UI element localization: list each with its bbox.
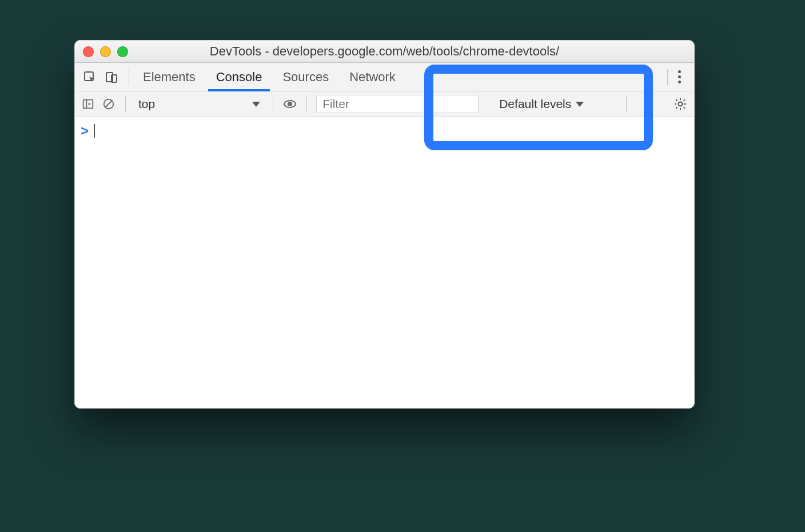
tab-label: Network bbox=[349, 70, 396, 85]
tab-label: Console bbox=[216, 70, 262, 85]
minimize-window-button[interactable] bbox=[100, 46, 111, 57]
svg-rect-3 bbox=[83, 100, 93, 109]
tab-network[interactable]: Network bbox=[339, 63, 406, 91]
tab-elements[interactable]: Elements bbox=[133, 63, 206, 91]
tabs: Elements Console Sources Network Perform… bbox=[133, 63, 564, 91]
more-options-icon[interactable] bbox=[671, 69, 687, 85]
tab-label: Sources bbox=[282, 70, 329, 85]
separator bbox=[306, 96, 307, 112]
console-toolbar: top Default levels bbox=[75, 91, 694, 117]
filter-input[interactable] bbox=[316, 95, 479, 113]
window-title: DevTools - developers.google.com/web/too… bbox=[75, 44, 694, 59]
device-toolbar-icon[interactable] bbox=[103, 69, 119, 85]
log-levels-label: Default levels bbox=[499, 97, 571, 111]
text-caret bbox=[94, 124, 95, 138]
separator bbox=[129, 69, 129, 85]
traffic-lights bbox=[75, 46, 128, 57]
devtools-window: DevTools - developers.google.com/web/too… bbox=[74, 40, 695, 409]
console-prompt[interactable]: > bbox=[81, 123, 95, 139]
title-bar: DevTools - developers.google.com/web/too… bbox=[75, 41, 694, 63]
chevron-down-icon bbox=[252, 102, 260, 107]
tab-console[interactable]: Console bbox=[206, 63, 273, 91]
toggle-sidebar-icon[interactable] bbox=[81, 97, 95, 111]
tab-sources[interactable]: Sources bbox=[272, 63, 339, 91]
clear-console-icon[interactable] bbox=[101, 97, 116, 111]
separator bbox=[626, 96, 627, 112]
context-label: top bbox=[138, 97, 155, 111]
console-body[interactable]: > bbox=[75, 117, 694, 408]
inspect-element-icon[interactable] bbox=[82, 69, 98, 85]
live-expression-icon[interactable] bbox=[282, 97, 297, 111]
svg-line-6 bbox=[106, 101, 112, 107]
prompt-chevron-icon: > bbox=[81, 123, 89, 139]
svg-point-9 bbox=[678, 102, 682, 106]
separator bbox=[125, 96, 126, 112]
svg-point-8 bbox=[288, 102, 292, 106]
close-window-button[interactable] bbox=[83, 46, 94, 57]
separator bbox=[667, 69, 668, 85]
console-settings-icon[interactable] bbox=[672, 96, 688, 112]
log-levels-selector[interactable]: Default levels bbox=[499, 97, 584, 111]
chevron-down-icon bbox=[576, 102, 584, 107]
tab-label: Elements bbox=[143, 70, 196, 85]
tabs-bar: Elements Console Sources Network Perform… bbox=[75, 63, 694, 91]
zoom-window-button[interactable] bbox=[117, 46, 128, 57]
separator bbox=[273, 96, 273, 112]
context-selector[interactable]: top bbox=[135, 96, 264, 112]
